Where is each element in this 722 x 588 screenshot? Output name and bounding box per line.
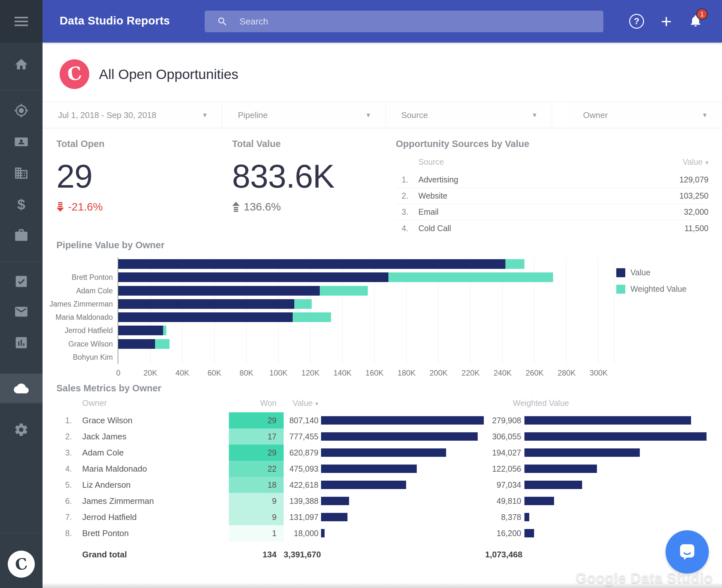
weighted-bar-segment[interactable] — [294, 299, 312, 309]
weighted-bar-segment[interactable] — [155, 339, 170, 349]
won-heatmap-cell: 17 — [229, 428, 284, 444]
owner-name: Jack James — [77, 432, 229, 442]
filter-owner[interactable]: Owner ▾ — [568, 102, 722, 128]
filter-date-range[interactable]: Jul 1, 2018 - Sep 30, 2018 ▾ — [43, 102, 222, 128]
table-row: 3.Adam Cole29620,879194,027 — [57, 444, 722, 461]
sidebar-item-opportunities[interactable]: $ — [0, 190, 43, 219]
value-bar-segment[interactable] — [118, 312, 293, 322]
table-row: 6.James Zimmerman9139,38849,810 — [57, 493, 722, 509]
sidebar-item-copper[interactable]: C — [0, 548, 43, 580]
gridline — [614, 257, 614, 364]
sidebar-item-settings[interactable] — [0, 415, 43, 444]
sidebar-item-data-studio[interactable] — [0, 374, 43, 403]
sidebar-item-leads[interactable] — [0, 96, 43, 125]
value-bar-cell — [318, 464, 485, 473]
column-header-owner[interactable]: Owner — [77, 398, 229, 408]
sales-table-section: Sales Metrics by Owner Owner Won Value▾ … — [43, 377, 722, 564]
scorecard-value: 833.6K — [232, 158, 334, 195]
chart-x-tick: 280K — [558, 369, 576, 378]
owner-name: Grace Wilson — [77, 416, 229, 425]
grand-total-won: 134 — [229, 546, 284, 563]
hamburger-menu-button[interactable] — [0, 0, 43, 43]
scorecard-value: 29 — [57, 158, 104, 195]
column-header-value[interactable]: Value▾ — [638, 157, 708, 167]
chart-x-tick: 160K — [365, 369, 384, 378]
won-heatmap-cell: 22 — [229, 461, 284, 477]
chart-bar-row — [118, 259, 614, 269]
column-header-value[interactable]: Value▾ — [284, 398, 318, 408]
chart-bar-row — [118, 339, 614, 349]
scorecard-label: Total Value — [232, 139, 334, 149]
weighted-bar-segment[interactable] — [320, 286, 368, 296]
value-bar-segment[interactable] — [118, 299, 294, 309]
row-rank: 5. — [57, 480, 77, 490]
table-row: 1.Advertising129,079 — [396, 172, 708, 188]
weighted-bar-segment[interactable] — [388, 272, 553, 282]
report-logo-icon: C — [60, 59, 89, 89]
contact-card-icon — [14, 134, 29, 149]
weighted-bar-segment[interactable] — [163, 326, 166, 335]
sidebar-item-companies[interactable] — [0, 159, 43, 188]
notifications-button[interactable]: 1 — [688, 13, 703, 30]
value-bar-segment[interactable] — [118, 272, 388, 282]
chat-fab-button[interactable] — [665, 530, 709, 573]
value-bar-segment[interactable] — [118, 339, 155, 349]
chart-y-label: James Zimmerman — [43, 297, 113, 311]
scorecard-total-open: Total Open 29 -21.6% — [57, 139, 104, 213]
row-rank: 1. — [396, 175, 418, 184]
search-input[interactable] — [239, 17, 603, 27]
filter-source[interactable]: Source ▾ — [386, 102, 552, 128]
sidebar-item-projects[interactable] — [0, 221, 43, 250]
sidebar-item-home[interactable] — [0, 50, 43, 79]
chart-x-tick: 40K — [175, 369, 189, 378]
weighted-bar-segment[interactable] — [505, 259, 525, 269]
chart-y-label: Bohyun Kim — [43, 351, 113, 364]
owner-name: Brett Ponton — [77, 528, 229, 538]
target-icon — [14, 103, 29, 118]
search-box[interactable] — [205, 10, 603, 32]
sidebar-item-reports[interactable] — [0, 328, 43, 357]
gear-icon — [14, 422, 29, 437]
legend-swatch-value — [616, 268, 625, 277]
pipeline-chart-section: Pipeline Value by Owner Brett PontonAdam… — [43, 232, 722, 377]
chart-bar-row — [118, 299, 614, 309]
chart-x-tick: 300K — [590, 369, 608, 378]
grand-total-row: Grand total 134 3,391,670 1,073,468 — [57, 545, 722, 564]
column-header-weighted-value[interactable]: Weighted Value — [513, 398, 549, 408]
won-heatmap-cell: 9 — [229, 493, 284, 509]
sidebar-item-tasks[interactable] — [0, 267, 43, 296]
value-bar-segment[interactable] — [118, 286, 320, 296]
topbar: Data Studio Reports ? + 1 — [43, 0, 722, 43]
table-row: 3.Email32,000 — [396, 204, 708, 220]
value-number: 620,879 — [284, 448, 318, 458]
row-rank: 8. — [57, 529, 77, 538]
topbar-actions: ? + 1 — [629, 0, 703, 43]
sidebar-item-email[interactable] — [0, 297, 43, 326]
value-bar-segment[interactable] — [118, 326, 163, 335]
weighted-value-bar — [525, 416, 691, 424]
table-row: 8.Brett Ponton118,00016,200 — [57, 525, 722, 541]
weighted-value-bar — [525, 464, 597, 473]
legend-swatch-weighted — [616, 285, 625, 294]
legend-item-value: Value — [616, 268, 686, 277]
source-value: 103,250 — [638, 191, 708, 201]
chevron-down-icon: ▾ — [203, 111, 207, 119]
sources-table-card: Opportunity Sources by Value Source Valu… — [396, 139, 708, 236]
weighted-bar-cell — [521, 416, 709, 424]
sidebar-item-people[interactable] — [0, 127, 43, 156]
chart-y-label: Maria Maldonado — [43, 311, 113, 324]
help-button[interactable]: ? — [629, 14, 644, 29]
row-rank: 4. — [396, 224, 418, 233]
value-bar-segment[interactable] — [118, 259, 505, 269]
source-name: Email — [418, 207, 638, 217]
add-button[interactable]: + — [661, 15, 672, 28]
column-header-won[interactable]: Won — [229, 398, 284, 408]
task-check-icon — [14, 274, 29, 289]
dollar-icon: $ — [17, 197, 25, 213]
chart-y-label: Adam Cole — [43, 284, 113, 297]
column-header-source[interactable]: Source — [418, 157, 638, 167]
filter-pipeline[interactable]: Pipeline ▾ — [222, 102, 386, 128]
value-bar — [321, 432, 478, 441]
weighted-bar-segment[interactable] — [293, 312, 331, 322]
chart-bar-row — [118, 326, 614, 335]
